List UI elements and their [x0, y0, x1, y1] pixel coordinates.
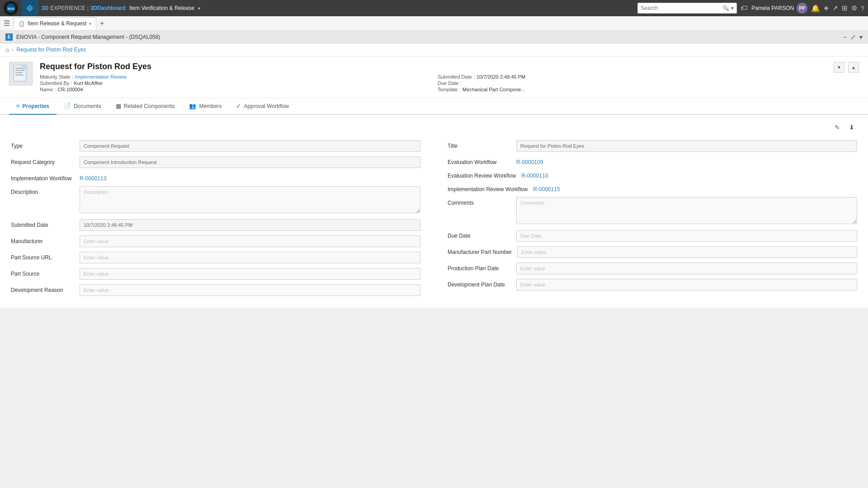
submitted-by-row: Submitted By : Kurt McAffee: [40, 80, 429, 86]
search-input[interactable]: [641, 5, 721, 11]
members-tab-label: Members: [199, 103, 222, 109]
main-tab[interactable]: 📋 Item Release & Request ▾: [14, 17, 96, 30]
properties-tab-icon: ≡: [16, 103, 20, 109]
tab-properties[interactable]: ≡ Properties: [9, 98, 57, 115]
minimize-icon[interactable]: −: [843, 33, 847, 41]
development-plan-date-label: Development Plan Date: [448, 279, 511, 288]
collapse-header-button[interactable]: ▾: [834, 62, 844, 73]
title-field-row: Title: [448, 140, 857, 152]
share-icon[interactable]: ↗: [832, 4, 838, 12]
tag-icon[interactable]: 🏷: [741, 4, 748, 12]
evaluation-workflow-label: Evaluation Workflow: [448, 156, 511, 165]
part-source-label: Part Source: [11, 268, 74, 277]
tab-related-components[interactable]: ▦ Related Components: [108, 98, 182, 115]
dashboard-label[interactable]: 3DDashboard: [90, 5, 126, 11]
add-icon[interactable]: +: [824, 4, 829, 13]
documents-tab-label: Documents: [74, 103, 101, 109]
app-dropdown-icon[interactable]: ▾: [198, 6, 200, 11]
properties-tab-label: Properties: [23, 103, 49, 109]
title-label: Title: [448, 140, 511, 149]
tabs-bar: ≡ Properties 📄 Documents ▦ Related Compo…: [0, 98, 868, 115]
manufacturer-part-number-label: Manufacturer Part Number: [448, 246, 512, 255]
type-input[interactable]: [80, 140, 420, 152]
template-row: Template : Mechanical Part Compone...: [438, 87, 826, 92]
user-info: Pamela PARSON PP: [751, 3, 807, 14]
network-icon[interactable]: ⊞: [842, 4, 848, 12]
title-input[interactable]: [516, 140, 857, 152]
members-tab-icon: 👥: [189, 103, 196, 109]
search-bar: 🔍 ▾: [637, 3, 737, 14]
request-category-input[interactable]: [80, 156, 420, 168]
part-source-url-input[interactable]: [80, 252, 420, 263]
form-grid: Type Request Category Implementation Wor…: [11, 140, 857, 300]
help-icon[interactable]: ?: [861, 5, 864, 12]
app-header-controls: − ⤢ ▾: [843, 33, 863, 41]
implementation-review-workflow-field-row: Implementation Review Workflow R-0000115: [448, 183, 857, 192]
notification-icon[interactable]: 🔔: [811, 4, 820, 13]
development-reason-field-row: Development Reason: [11, 284, 420, 296]
avatar[interactable]: PP: [797, 3, 807, 14]
description-textarea[interactable]: [80, 186, 420, 213]
maturity-row: Maturity State : Implementation Review: [40, 74, 429, 80]
related-components-tab-label: Related Components: [124, 103, 175, 109]
form-right: Title Evaluation Workflow R-0000109 Eval…: [448, 140, 857, 300]
content-meta: Maturity State : Implementation Review S…: [40, 74, 826, 92]
svg-rect-11: [15, 75, 24, 75]
content-title: Request for Piston Rod Eyes: [40, 62, 826, 71]
tab-members[interactable]: 👥 Members: [182, 98, 229, 115]
development-plan-date-input[interactable]: [516, 279, 857, 291]
submitted-date-value: 10/7/2020 2:48:45 PM: [476, 74, 525, 80]
breadcrumb-item[interactable]: Request for Piston Rod Eyes: [16, 47, 86, 53]
topbar: 3DS 3D EXPERIENCE | 3DDashboard Item Ver…: [0, 0, 868, 16]
menu-icon[interactable]: ☰: [4, 19, 10, 28]
collapse-icon[interactable]: ▾: [859, 33, 863, 41]
submitted-date-input[interactable]: [80, 219, 420, 231]
development-reason-input[interactable]: [80, 284, 420, 296]
tab-approval-workflow[interactable]: ✓ Approval Workflow: [229, 98, 296, 115]
settings-icon[interactable]: ⚙: [851, 4, 857, 12]
comments-textarea[interactable]: [516, 197, 857, 224]
maturity-value[interactable]: Implementation Review: [75, 74, 127, 80]
save-button[interactable]: ⬇: [846, 122, 857, 133]
3ds-logo[interactable]: 3DS: [4, 1, 18, 15]
submitted-by-label: Submitted By :: [40, 80, 72, 86]
production-plan-date-input[interactable]: [516, 263, 857, 274]
topbar-breadcrumb: 3D EXPERIENCE | 3DDashboard Item Verific…: [42, 5, 634, 11]
expand-header-button[interactable]: ▴: [848, 62, 859, 73]
part-source-url-field-row: Part Source URL: [11, 252, 420, 263]
implementation-review-workflow-label: Implementation Review Workflow: [448, 183, 528, 192]
implementation-workflow-field-row: Implementation Workflow R-0000113: [11, 173, 420, 182]
search-dropdown-icon[interactable]: ▾: [731, 5, 734, 11]
form-left: Type Request Category Implementation Wor…: [11, 140, 420, 300]
development-plan-date-field-row: Development Plan Date: [448, 279, 857, 291]
implementation-workflow-link[interactable]: R-0000113: [80, 173, 420, 182]
tab-documents[interactable]: 📄 Documents: [57, 98, 108, 115]
experience-label: EXPERIENCE: [50, 5, 85, 11]
app-icon[interactable]: [22, 0, 38, 16]
evaluation-workflow-link[interactable]: R-0000109: [516, 156, 857, 165]
tab-doc-icon: 📋: [19, 21, 25, 27]
user-name: Pamela PARSON: [751, 5, 794, 11]
manufacturer-input[interactable]: [80, 235, 420, 247]
tab-dropdown-icon[interactable]: ▾: [89, 21, 91, 26]
development-reason-label: Development Reason: [11, 284, 74, 293]
due-date-field-row: Due Date: [448, 230, 857, 242]
manufacturer-field-row: Manufacturer: [11, 235, 420, 247]
implementation-review-workflow-link[interactable]: R-0000115: [533, 183, 857, 192]
part-source-input[interactable]: [80, 268, 420, 280]
add-tab-button[interactable]: +: [98, 19, 106, 28]
manufacturer-part-number-input[interactable]: [517, 246, 857, 258]
svg-rect-8: [15, 68, 24, 69]
expand-icon[interactable]: ⤢: [850, 33, 856, 41]
evaluation-review-workflow-link[interactable]: R-0000110: [521, 170, 857, 179]
description-label: Description: [11, 186, 74, 195]
home-icon[interactable]: ⌂: [5, 46, 9, 53]
related-components-tab-icon: ▦: [116, 103, 121, 109]
content-doc-icon: [9, 62, 33, 85]
edit-button[interactable]: ✎: [832, 122, 843, 133]
part-source-url-label: Part Source URL: [11, 252, 74, 261]
due-date-input[interactable]: [516, 230, 857, 242]
description-field-row: Description: [11, 186, 420, 215]
content-header-controls: ▾ ▴: [834, 62, 859, 73]
submitted-date-row: Submitted Date : 10/7/2020 2:48:45 PM: [438, 74, 826, 80]
